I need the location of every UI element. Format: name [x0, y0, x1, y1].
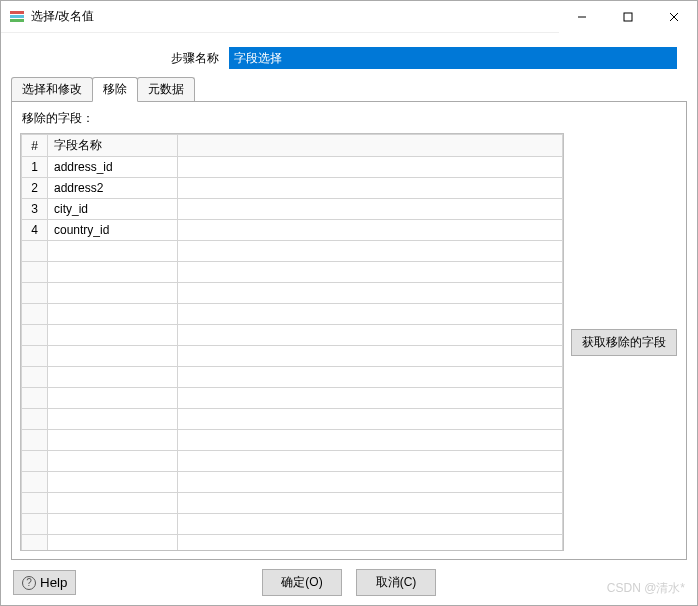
- row-field-name[interactable]: country_id: [48, 220, 178, 241]
- get-remove-fields-button[interactable]: 获取移除的字段: [571, 329, 677, 356]
- table-row-empty[interactable]: [22, 451, 563, 472]
- table-row-empty[interactable]: [22, 283, 563, 304]
- table-row-empty[interactable]: [22, 346, 563, 367]
- tab-select-modify[interactable]: 选择和修改: [11, 77, 93, 101]
- table-row-empty[interactable]: [22, 472, 563, 493]
- ok-button[interactable]: 确定(O): [262, 569, 342, 596]
- bottom-bar: ? Help 确定(O) 取消(C) CSDN @清水*: [1, 560, 697, 605]
- col-field-name: 字段名称: [48, 135, 178, 157]
- tab-panel-remove: 移除的字段： # 字段名称 1address_id2address23city_…: [11, 101, 687, 560]
- svg-rect-2: [10, 19, 24, 22]
- step-name-input[interactable]: [229, 47, 677, 69]
- table-row[interactable]: 3city_id: [22, 199, 563, 220]
- window-title: 选择/改名值: [31, 8, 94, 25]
- cancel-button[interactable]: 取消(C): [356, 569, 436, 596]
- table-row-empty[interactable]: [22, 262, 563, 283]
- svg-rect-1: [10, 15, 24, 18]
- svg-rect-4: [624, 13, 632, 21]
- row-index: 4: [22, 220, 48, 241]
- table-row-empty[interactable]: [22, 430, 563, 451]
- table-row-empty[interactable]: [22, 241, 563, 262]
- minimize-button[interactable]: [559, 1, 605, 33]
- row-field-name[interactable]: address_id: [48, 157, 178, 178]
- table-row-empty[interactable]: [22, 304, 563, 325]
- help-button[interactable]: ? Help: [13, 570, 76, 595]
- table-row[interactable]: 1address_id: [22, 157, 563, 178]
- close-button[interactable]: [651, 1, 697, 33]
- table-row-empty[interactable]: [22, 409, 563, 430]
- row-field-name[interactable]: address2: [48, 178, 178, 199]
- app-icon: [9, 9, 25, 25]
- table-row-empty[interactable]: [22, 514, 563, 535]
- col-empty: [178, 135, 563, 157]
- step-name-label: 步骤名称: [171, 50, 223, 67]
- help-label: Help: [40, 575, 67, 590]
- table-row-empty[interactable]: [22, 493, 563, 514]
- remove-caption: 移除的字段：: [20, 108, 678, 129]
- svg-rect-0: [10, 11, 24, 14]
- row-field-name[interactable]: city_id: [48, 199, 178, 220]
- row-index: 3: [22, 199, 48, 220]
- table-row-empty[interactable]: [22, 325, 563, 346]
- row-index: 1: [22, 157, 48, 178]
- tab-bar: 选择和修改 移除 元数据: [1, 79, 697, 101]
- col-index: #: [22, 135, 48, 157]
- tab-metadata[interactable]: 元数据: [137, 77, 195, 101]
- titlebar: 选择/改名值: [1, 1, 697, 33]
- table-row[interactable]: 4country_id: [22, 220, 563, 241]
- watermark: CSDN @清水*: [607, 580, 685, 597]
- tab-remove[interactable]: 移除: [92, 77, 138, 102]
- row-index: 2: [22, 178, 48, 199]
- table-row[interactable]: 2address2: [22, 178, 563, 199]
- maximize-button[interactable]: [605, 1, 651, 33]
- remove-fields-table[interactable]: # 字段名称 1address_id2address23city_id4coun…: [20, 133, 564, 551]
- table-row-empty[interactable]: [22, 388, 563, 409]
- table-row-empty[interactable]: [22, 367, 563, 388]
- help-icon: ?: [22, 576, 36, 590]
- step-name-row: 步骤名称: [1, 33, 697, 79]
- table-row-empty[interactable]: [22, 535, 563, 552]
